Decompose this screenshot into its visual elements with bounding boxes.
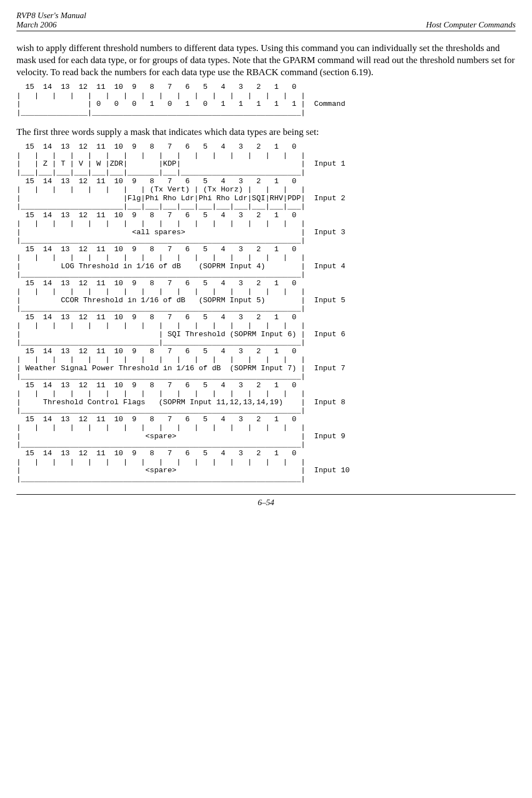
bit-diagram-inputs: 15 14 13 12 11 10 9 8 7 6 5 4 3 2 1 0 | … [16, 143, 516, 483]
manual-date: March 2006 [16, 20, 56, 29]
page-number: 6–54 [258, 498, 274, 507]
section-title: Host Computer Commands [426, 20, 516, 29]
page-footer: 6–54 [16, 494, 516, 507]
page-header: RVP8 User's Manual March 2006 Host Compu… [16, 11, 516, 31]
manual-title: RVP8 User's Manual [16, 11, 86, 20]
paragraph-mask-note: The first three words supply a mask that… [16, 126, 516, 138]
bit-diagram-command: 15 14 13 12 11 10 9 8 7 6 5 4 3 2 1 0 | … [16, 83, 516, 117]
header-right: Host Computer Commands [426, 11, 516, 30]
paragraph-intro: wish to apply different threshold number… [16, 42, 516, 78]
header-left: RVP8 User's Manual March 2006 [16, 11, 86, 30]
